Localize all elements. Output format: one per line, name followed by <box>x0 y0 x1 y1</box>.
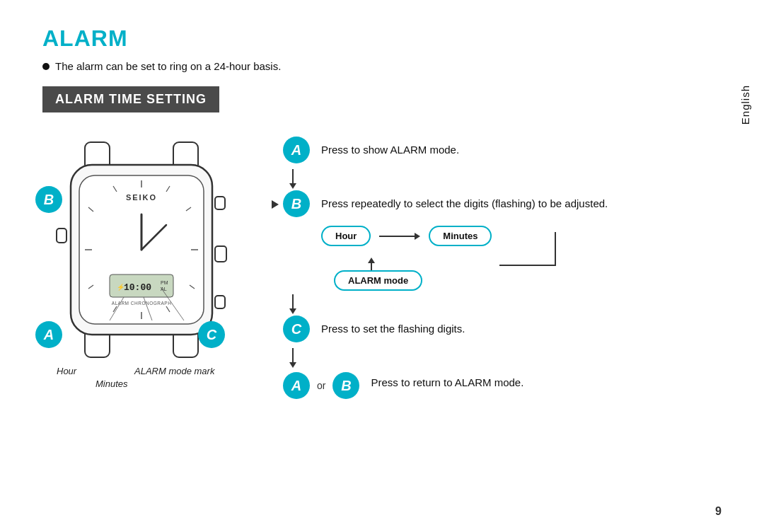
svg-rect-7 <box>215 197 225 209</box>
instruction-row-c: C Press to set the flashing digits. <box>283 316 722 342</box>
flow-diagram: Hour Minutes <box>321 226 590 287</box>
svg-text:SEIKO: SEIKO <box>126 193 157 202</box>
bullet-dot <box>42 63 50 70</box>
up-arrow-head <box>368 258 375 263</box>
b-text: Press repeatedly to select the digits (f… <box>321 197 608 209</box>
arrow-down-2 <box>283 294 722 314</box>
arrow-down-shape-2 <box>289 294 296 314</box>
badge-a-watch: A <box>35 321 62 348</box>
arrow-line-3 <box>292 348 294 362</box>
watch-area: B A C <box>42 129 269 405</box>
alarm-up-arrow <box>368 258 375 272</box>
flow-box-alarm-mode-container: ALARM mode <box>334 270 422 291</box>
arrow-line-1 <box>292 169 294 183</box>
svg-text:10:00: 10:00 <box>124 282 151 293</box>
svg-rect-8 <box>57 229 66 243</box>
watch-a-badge: A <box>35 321 62 348</box>
bullet-text: The alarm can be set to ring on a 24-hou… <box>55 60 281 72</box>
instruction-text-aorb: Press to return to ALARM mode. <box>371 369 523 391</box>
flow-box-minutes: Minutes <box>429 226 492 246</box>
or-text: or <box>317 380 325 391</box>
arrow-line-h-m <box>379 236 415 237</box>
bullet-line: The alarm can be set to ring on a 24-hou… <box>42 60 722 72</box>
svg-rect-9 <box>215 296 225 308</box>
watch-c-badge: C <box>198 321 225 348</box>
hour-label: Hour <box>57 366 76 376</box>
side-language-label: English <box>739 85 751 125</box>
arrow-head-1 <box>289 183 296 189</box>
page-number: 9 <box>715 505 722 518</box>
instructions-area: A Press to show ALARM mode. B Press repe… <box>269 129 722 405</box>
badge-c-watch: C <box>198 321 225 348</box>
instruction-row-a: A Press to show ALARM mode. <box>283 137 722 163</box>
section-banner: ALARM TIME SETTING <box>42 86 219 112</box>
arrow-down-3 <box>283 348 722 368</box>
instruction-text-b: Press repeatedly to select the digits (f… <box>321 190 608 212</box>
alarm-title: ALARM <box>42 25 722 52</box>
svg-rect-6 <box>215 246 226 262</box>
svg-text:PM: PM <box>161 280 168 285</box>
badge-b-watch: B <box>35 186 62 213</box>
badge-a-1: A <box>283 137 310 163</box>
badge-a-2: A <box>283 372 310 399</box>
watch-b-badge: B <box>35 186 62 213</box>
badge-b-1: B <box>283 190 310 217</box>
a-or-b-badges: A or B <box>283 372 359 399</box>
page-container: ALARM The alarm can be set to ring on a … <box>0 0 764 532</box>
arrow-down-shape-1 <box>289 169 296 189</box>
return-horizontal-line <box>499 265 556 266</box>
minutes-label: Minutes <box>96 378 128 389</box>
svg-text:ALARM CHRONOGRAPH: ALARM CHRONOGRAPH <box>112 301 172 306</box>
instruction-text-a: Press to show ALARM mode. <box>321 137 459 158</box>
badge-b-2: B <box>332 372 359 399</box>
main-content: B A C <box>42 129 722 405</box>
flow-box-alarm-mode: ALARM mode <box>334 270 422 291</box>
instruction-text-c: Press to set the flashing digits. <box>321 316 465 337</box>
arrow-down-1 <box>283 169 722 189</box>
instruction-row-aorb: A or B Press to return to ALARM mode. <box>283 369 722 399</box>
arrow-head-h-m <box>415 233 420 240</box>
flow-arrow-hour-minutes <box>379 233 420 240</box>
flow-return-area: ALARM mode <box>324 252 590 287</box>
arrow-line-2 <box>292 294 294 308</box>
badge-c-1: C <box>283 316 310 342</box>
arrow-head-2 <box>289 308 296 314</box>
alarm-mode-mark-label: ALARM mode mark <box>134 366 214 376</box>
instruction-row-b: B Press repeatedly to select the digits … <box>283 190 722 217</box>
return-vertical-line <box>555 232 556 265</box>
arrow-down-shape-3 <box>289 348 296 368</box>
b-left-arrow <box>272 200 279 209</box>
flow-box-hour: Hour <box>321 226 371 246</box>
flow-row-top: Hour Minutes <box>321 226 590 246</box>
arrow-head-3 <box>289 362 296 368</box>
